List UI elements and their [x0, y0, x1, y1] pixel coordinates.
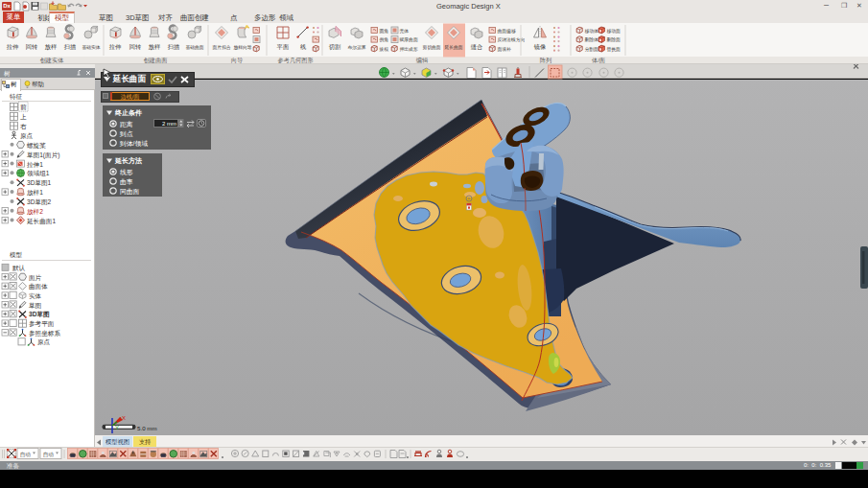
svg-text:草图1(面片): 草图1(面片)	[27, 151, 59, 159]
svg-text:默认: 默认	[12, 265, 26, 271]
svg-text:替换面: 替换面	[607, 46, 622, 53]
svg-text:壳体: 壳体	[400, 29, 410, 35]
svg-text:阵列: 阵列	[540, 57, 551, 63]
svg-text:自动: 自动	[43, 452, 55, 458]
svg-text:移动面: 移动面	[607, 28, 622, 35]
svg-text:拉伸: 拉伸	[109, 43, 121, 50]
svg-text:线: 线	[300, 43, 306, 50]
svg-text:放样: 放样	[45, 43, 58, 51]
svg-text:放样: 放样	[149, 43, 161, 51]
svg-text:放样向导: 放样向导	[233, 44, 251, 51]
svg-text:延长曲面: 延长曲面	[443, 44, 462, 50]
svg-text:基础实体: 基础实体	[82, 44, 100, 50]
svg-text:螺旋桨: 螺旋桨	[27, 142, 46, 150]
svg-text:体/面: 体/面	[592, 57, 605, 64]
svg-text:扫描: 扫描	[167, 43, 179, 51]
svg-text:创建实体: 创建实体	[40, 57, 65, 64]
svg-text:面填补: 面填补	[498, 46, 512, 52]
svg-text:参考几何图形: 参考几何图形	[277, 57, 313, 64]
svg-text:回转: 回转	[26, 43, 37, 51]
svg-text:曲面体: 曲面体	[29, 283, 48, 290]
svg-text:前: 前	[20, 104, 27, 110]
svg-text:布尔运算: 布尔运算	[347, 45, 365, 50]
svg-text:圆角: 圆角	[380, 29, 389, 34]
svg-text:赋厚曲面: 赋厚曲面	[400, 36, 418, 42]
svg-text:上: 上	[20, 113, 27, 120]
svg-text:5.0 mm: 5.0 mm	[137, 425, 157, 431]
svg-text:创建曲面: 创建曲面	[144, 57, 168, 64]
svg-text:缝合: 缝合	[471, 43, 482, 51]
svg-text:放样2: 放样2	[27, 208, 43, 216]
svg-text:剪切曲面: 剪切曲面	[422, 44, 440, 51]
svg-text:原点: 原点	[37, 338, 51, 345]
svg-text:删除面: 删除面	[607, 36, 622, 43]
svg-text:面片: 面片	[29, 274, 42, 282]
svg-text:拉伸1: 拉伸1	[27, 161, 43, 168]
svg-text:曲面偏移: 曲面偏移	[498, 28, 516, 35]
svg-text:领域组1: 领域组1	[27, 170, 50, 176]
svg-text:3D草图: 3D草图	[29, 311, 50, 318]
svg-text:倒角: 倒角	[379, 37, 389, 43]
svg-text:草图: 草图	[29, 302, 41, 310]
svg-text:平面: 平面	[276, 43, 289, 51]
svg-text:自动: 自动	[20, 452, 32, 458]
svg-text:拔模: 拔模	[379, 47, 389, 52]
svg-text:延长曲面1: 延长曲面1	[27, 218, 56, 225]
svg-text:参考平面: 参考平面	[29, 320, 55, 328]
svg-text:编辑: 编辑	[416, 57, 429, 63]
svg-text:押出成形: 押出成形	[400, 46, 418, 52]
svg-text:右: 右	[20, 123, 27, 130]
svg-text:回转: 回转	[129, 43, 141, 51]
svg-text:分割面: 分割面	[585, 46, 599, 53]
svg-text:切割: 切割	[329, 43, 340, 51]
svg-text:Y: Y	[115, 425, 119, 430]
svg-text:放样1: 放样1	[27, 189, 43, 197]
svg-text:拉伸: 拉伸	[7, 43, 18, 50]
svg-text:移动体: 移动体	[585, 29, 599, 35]
svg-text:扫描: 扫描	[63, 43, 76, 51]
svg-text:X: X	[122, 415, 126, 421]
svg-text:3D草图1: 3D草图1	[27, 179, 52, 187]
svg-text:参照坐标系: 参照坐标系	[29, 330, 60, 337]
svg-text:镜像: 镜像	[533, 43, 546, 51]
svg-text:原点: 原点	[20, 132, 34, 139]
svg-text:3D草图2: 3D草图2	[27, 198, 52, 206]
svg-text:向导: 向导	[231, 57, 243, 64]
svg-text:实体: 实体	[29, 292, 42, 299]
svg-text:面片拟合: 面片拟合	[212, 44, 230, 51]
svg-text:删除体: 删除体	[585, 36, 599, 43]
svg-text:基础曲面: 基础曲面	[185, 44, 203, 50]
